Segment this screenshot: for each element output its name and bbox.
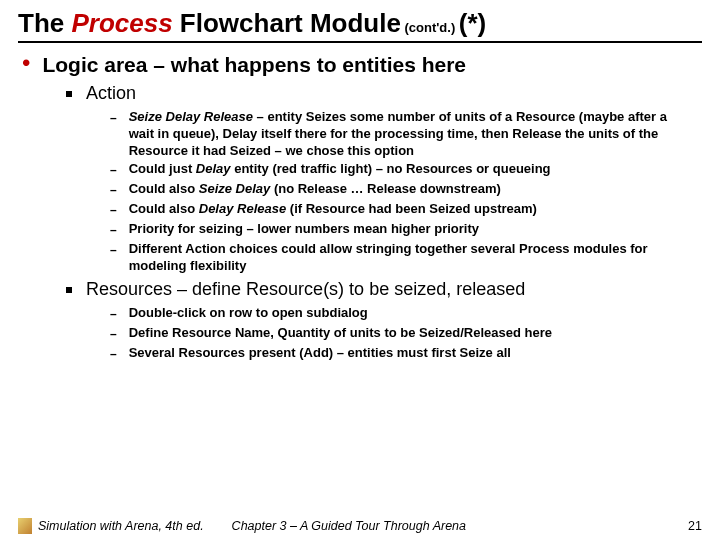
list-item: – Could just Delay entity (red traffic l…	[110, 161, 672, 179]
action-item-2: Could also Seize Delay (no Release … Rel…	[129, 181, 501, 198]
footer-page-number: 21	[688, 519, 702, 533]
action-item-3: Could also Delay Release (if Resource ha…	[129, 201, 537, 218]
title-underline	[18, 41, 702, 43]
footer-book: Simulation with Arena, 4th ed.	[38, 519, 204, 533]
list-item: – Priority for seizing – lower numbers m…	[110, 221, 672, 239]
title-red: Process	[71, 8, 172, 38]
list-item: – Different Action choices could allow s…	[110, 241, 672, 275]
slide-title: The Process Flowchart Module (cont'd.) (…	[18, 8, 702, 39]
dash-icon: –	[110, 241, 117, 259]
dash-icon: –	[110, 161, 117, 179]
title-star: (*)	[459, 8, 486, 38]
resources-header: Resources – define Resource(s) to be sei…	[86, 279, 525, 301]
bullet-logic-area: • Logic area – what happens to entities …	[22, 53, 698, 77]
title-part2: Flowchart Module	[173, 8, 401, 38]
list-item: – Several Resources present (Add) – enti…	[110, 345, 672, 363]
list-item: – Could also Delay Release (if Resource …	[110, 201, 672, 219]
footer-chapter: Chapter 3 – A Guided Tour Through Arena	[232, 519, 688, 533]
list-item: – Define Resource Name, Quantity of unit…	[110, 325, 672, 343]
dash-icon: –	[110, 181, 117, 199]
dash-icon: –	[110, 325, 117, 343]
dash-icon: –	[110, 221, 117, 239]
action-item-5: Different Action choices could allow str…	[129, 241, 672, 275]
list-item: – Seize Delay Release – entity Seizes so…	[110, 109, 672, 160]
dash-icon: –	[110, 201, 117, 219]
action-item-0: Seize Delay Release – entity Seizes some…	[129, 109, 672, 160]
action-header: Action	[86, 83, 136, 105]
book-thumbnail-icon	[18, 518, 32, 534]
square-bullet-icon	[66, 91, 72, 97]
dash-icon: –	[110, 109, 117, 127]
dash-icon: –	[110, 345, 117, 363]
bullet-dot-icon: •	[22, 53, 30, 73]
logic-area-text: Logic area – what happens to entities he…	[42, 53, 466, 77]
action-item-1: Could just Delay entity (red traffic lig…	[129, 161, 551, 178]
subbullet-action: Action	[66, 83, 702, 105]
dash-icon: –	[110, 305, 117, 323]
action-item-4: Priority for seizing – lower numbers mea…	[129, 221, 479, 238]
title-contd: (cont'd.)	[401, 20, 459, 35]
list-item: – Double-click on row to open subdialog	[110, 305, 672, 323]
subbullet-resources: Resources – define Resource(s) to be sei…	[66, 279, 702, 301]
square-bullet-icon	[66, 287, 72, 293]
list-item: – Could also Seize Delay (no Release … R…	[110, 181, 672, 199]
slide-footer: Simulation with Arena, 4th ed. Chapter 3…	[0, 518, 720, 534]
title-part1: The	[18, 8, 71, 38]
resources-item-1: Define Resource Name, Quantity of units …	[129, 325, 552, 342]
resources-item-2: Several Resources present (Add) – entiti…	[129, 345, 511, 362]
resources-item-0: Double-click on row to open subdialog	[129, 305, 368, 322]
